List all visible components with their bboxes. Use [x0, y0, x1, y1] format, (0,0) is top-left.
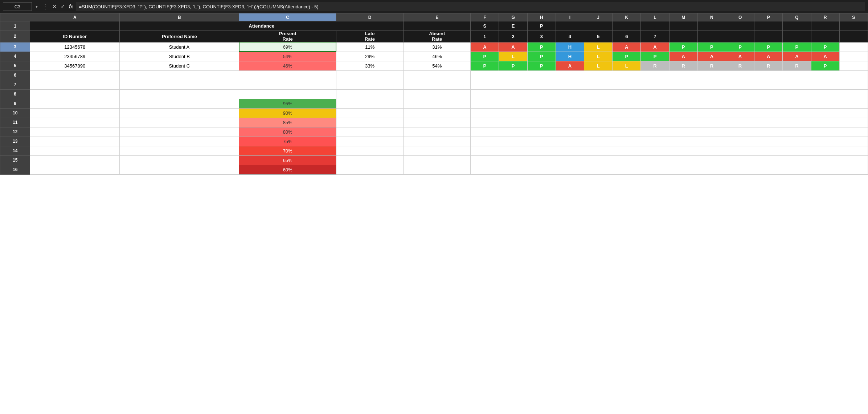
cell-F14-rest[interactable]	[471, 146, 868, 155]
cell-D9[interactable]	[336, 99, 403, 108]
cell-O5[interactable]: R	[726, 61, 754, 70]
formula-input[interactable]	[76, 2, 865, 11]
cell-S2[interactable]	[839, 31, 868, 42]
cell-ref-dropdown-icon[interactable]: ▼	[35, 5, 38, 9]
cell-E11[interactable]	[404, 118, 471, 127]
cell-S4[interactable]	[839, 52, 868, 61]
cell-C15[interactable]: 65%	[239, 155, 336, 165]
cell-A11[interactable]	[30, 118, 120, 127]
cell-F15-rest[interactable]	[471, 155, 868, 165]
cell-L5[interactable]: R	[641, 61, 669, 70]
cell-F1[interactable]: S	[471, 21, 499, 31]
cell-reference-box[interactable]: C3	[3, 2, 32, 11]
col-header-L[interactable]: L	[641, 13, 669, 21]
cell-D6[interactable]	[336, 70, 403, 80]
cell-C13[interactable]: 75%	[239, 137, 336, 146]
cell-R1[interactable]	[811, 21, 839, 31]
cell-B5[interactable]: Student C	[120, 61, 239, 70]
cell-Q5[interactable]: R	[783, 61, 811, 70]
cell-E13[interactable]	[404, 137, 471, 146]
cell-D7[interactable]	[336, 80, 403, 89]
cell-B7[interactable]	[120, 80, 239, 89]
cell-E1[interactable]	[404, 21, 471, 31]
col-header-S[interactable]: S	[839, 13, 868, 21]
row-header-10[interactable]: 10	[0, 108, 30, 118]
cell-A12[interactable]	[30, 127, 120, 137]
cell-A15[interactable]	[30, 155, 120, 165]
cell-H4[interactable]: P	[527, 52, 556, 61]
cell-N5[interactable]: R	[697, 61, 726, 70]
cell-C2[interactable]: PresentRate	[239, 31, 336, 42]
cell-I5[interactable]: A	[556, 61, 584, 70]
row-header-2[interactable]: 2	[0, 31, 30, 42]
cell-R3[interactable]: P	[811, 42, 839, 52]
cell-B9[interactable]	[120, 99, 239, 108]
cell-E2[interactable]: AbsentRate	[404, 31, 471, 42]
cell-N4[interactable]: A	[697, 52, 726, 61]
cell-O1[interactable]	[726, 21, 754, 31]
cell-P2[interactable]	[754, 31, 783, 42]
cell-E4[interactable]: 46%	[404, 52, 471, 61]
cell-M3[interactable]: P	[669, 42, 697, 52]
cell-O4[interactable]: A	[726, 52, 754, 61]
cell-G1[interactable]: E	[499, 21, 527, 31]
cell-H5[interactable]: P	[527, 61, 556, 70]
col-header-D[interactable]: D	[336, 13, 403, 21]
cell-B10[interactable]	[120, 108, 239, 118]
cell-C10[interactable]: 90%	[239, 108, 336, 118]
cell-E7[interactable]	[404, 80, 471, 89]
cell-A13[interactable]	[30, 137, 120, 146]
col-header-O[interactable]: O	[726, 13, 754, 21]
cell-E12[interactable]	[404, 127, 471, 137]
row-header-16[interactable]: 16	[0, 165, 30, 174]
cell-A7[interactable]	[30, 80, 120, 89]
cell-F6-rest[interactable]	[471, 70, 868, 80]
cell-A5[interactable]: 34567890	[30, 61, 120, 70]
cell-C3[interactable]: 69%	[239, 42, 336, 52]
cell-O2[interactable]	[726, 31, 754, 42]
cell-N3[interactable]: P	[697, 42, 726, 52]
cell-A1[interactable]	[30, 21, 120, 31]
cell-G2[interactable]: 2	[499, 31, 527, 42]
cell-I4[interactable]: H	[556, 52, 584, 61]
cell-C12[interactable]: 80%	[239, 127, 336, 137]
row-header-15[interactable]: 15	[0, 155, 30, 165]
cell-D16[interactable]	[336, 165, 403, 174]
cell-D5[interactable]: 33%	[336, 61, 403, 70]
cell-K2[interactable]: 6	[613, 31, 641, 42]
cell-D12[interactable]	[336, 127, 403, 137]
cell-B16[interactable]	[120, 165, 239, 174]
cell-B2[interactable]: Preferred Name	[120, 31, 239, 42]
cell-M2[interactable]	[669, 31, 697, 42]
cell-G4[interactable]: L	[499, 52, 527, 61]
cell-C16[interactable]: 60%	[239, 165, 336, 174]
cell-B8[interactable]	[120, 89, 239, 99]
col-header-C[interactable]: C	[239, 13, 336, 21]
cell-F4[interactable]: P	[471, 52, 499, 61]
cell-A9[interactable]	[30, 99, 120, 108]
row-header-7[interactable]: 7	[0, 80, 30, 89]
cell-L1[interactable]	[641, 21, 669, 31]
col-header-B[interactable]: B	[120, 13, 239, 21]
cell-I3[interactable]: H	[556, 42, 584, 52]
col-header-G[interactable]: G	[499, 13, 527, 21]
cell-E6[interactable]	[404, 70, 471, 80]
cell-S3[interactable]	[839, 42, 868, 52]
row-header-13[interactable]: 13	[0, 137, 30, 146]
cell-F10-rest[interactable]	[471, 108, 868, 118]
cell-B3[interactable]: Student A	[120, 42, 239, 52]
cell-F3[interactable]: A	[471, 42, 499, 52]
cell-L3[interactable]: A	[641, 42, 669, 52]
cell-A4[interactable]: 23456789	[30, 52, 120, 61]
cell-F8-rest[interactable]	[471, 89, 868, 99]
cell-F11-rest[interactable]	[471, 118, 868, 127]
cell-O3[interactable]: P	[726, 42, 754, 52]
cell-J5[interactable]: L	[584, 61, 613, 70]
cell-E8[interactable]	[404, 89, 471, 99]
cell-P1[interactable]	[754, 21, 783, 31]
cell-N1[interactable]	[697, 21, 726, 31]
cell-Q4[interactable]: A	[783, 52, 811, 61]
cancel-icon[interactable]: ✕	[52, 3, 57, 10]
cell-M5[interactable]: R	[669, 61, 697, 70]
row-header-6[interactable]: 6	[0, 70, 30, 80]
